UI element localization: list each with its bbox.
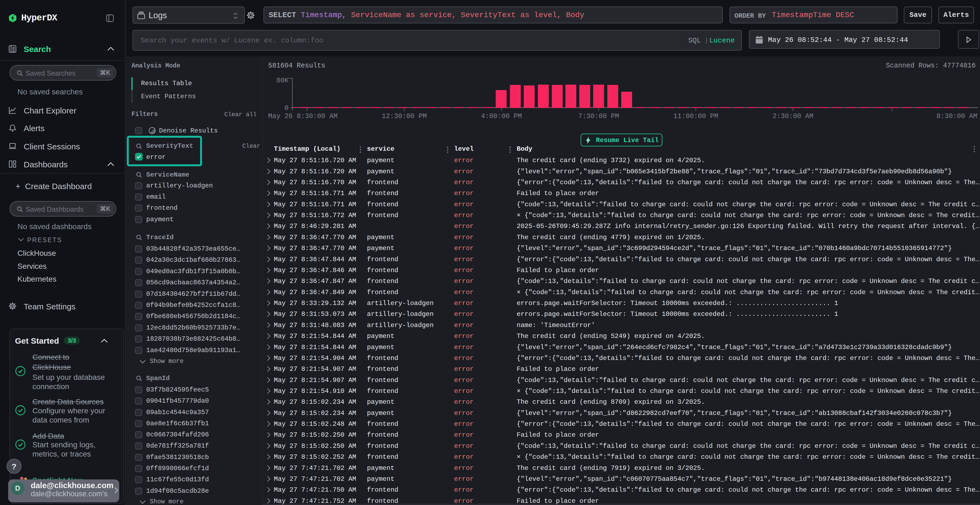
svg-text:0: 0 [285,104,288,112]
svg-text:80K: 80K [276,77,288,85]
